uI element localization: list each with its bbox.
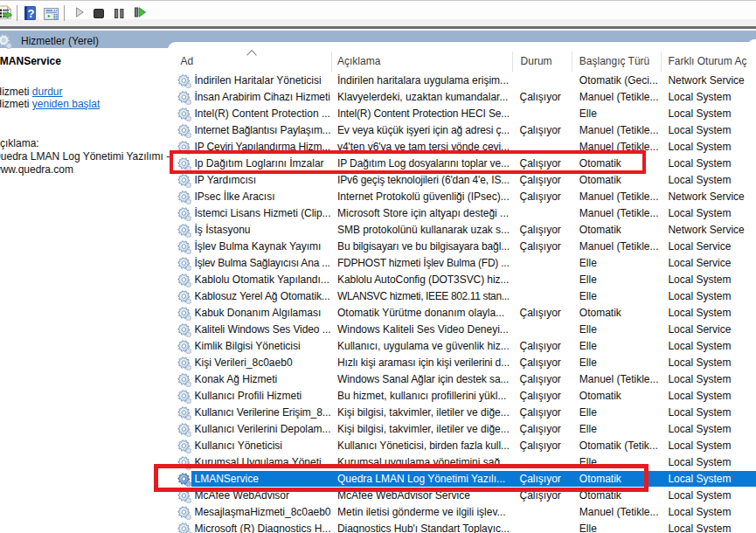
svg-text:?: ? (28, 7, 35, 20)
